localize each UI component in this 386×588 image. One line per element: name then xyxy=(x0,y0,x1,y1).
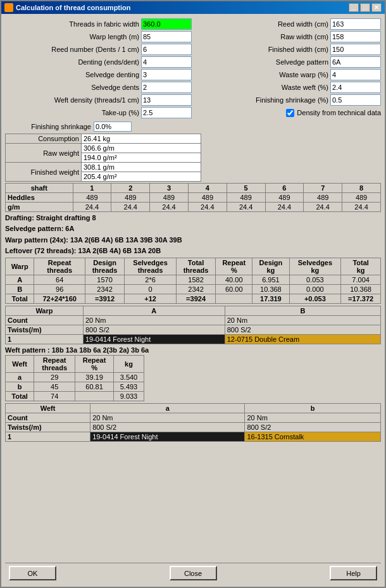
selvedge-dents-label: Selvedge dents xyxy=(91,84,139,91)
bottom-buttons: OK Close Help xyxy=(5,563,381,583)
warp-count-a: 20 Nm xyxy=(83,315,225,325)
form-left: Threads in fabric width Warp length (m) … xyxy=(5,18,192,119)
gm-7: 24.4 xyxy=(304,203,342,212)
denting-input[interactable] xyxy=(141,56,192,68)
finished-weight-value2: 205.4 g/m² xyxy=(82,172,201,182)
raw-width-input[interactable] xyxy=(330,31,381,42)
warp-total-total-threads: =3924 xyxy=(176,294,215,303)
take-up-label: Take-up (%) xyxy=(102,109,139,116)
shaft-header-4: 4 xyxy=(188,184,227,193)
warp-color-num: 1 xyxy=(6,334,84,344)
warp-header-selvedges-threads: Selvedgesthreads xyxy=(125,258,177,275)
warp-a-total-threads: 1582 xyxy=(176,275,215,284)
warp-b-selvedges-threads: 0 xyxy=(125,284,177,294)
heddles-3: 489 xyxy=(150,193,189,203)
gm-2: 24.4 xyxy=(111,203,150,212)
selvedge-dents-row: Selvedge dents xyxy=(5,81,192,94)
warp-total-label: Total xyxy=(6,294,34,303)
heddles-row: Heddles 489 489 489 489 489 489 489 489 xyxy=(6,193,381,203)
reed-number-input[interactable] xyxy=(141,44,192,55)
weft-b-kg: 5.493 xyxy=(113,382,144,391)
denting-row: Denting (ends/dent) xyxy=(5,56,192,68)
selvedge-dents-input[interactable] xyxy=(141,82,192,93)
heddles-label: Heddles xyxy=(6,193,73,203)
minimize-button[interactable]: _ xyxy=(349,3,359,12)
warp-total-repeat-threads: 72+24*160 xyxy=(34,294,85,303)
selvedge-denting-input[interactable] xyxy=(141,69,192,80)
maximize-button[interactable]: □ xyxy=(360,3,370,12)
warp-total-design-kg: 17.319 xyxy=(252,294,289,303)
close-button[interactable]: ✕ xyxy=(371,3,382,12)
reed-number-label: Reed number (Dents / 1 cm) xyxy=(51,46,139,53)
selvedge-denting-row: Selvedge denting xyxy=(5,68,192,81)
warp-header-total-kg: Totalkg xyxy=(341,258,381,275)
raw-weight-value1: 306.6 g/m xyxy=(82,144,201,153)
warp-header-warp: Warp xyxy=(6,258,34,275)
weft-header-kg: kg xyxy=(113,355,144,372)
warp-header-selvedges-kg: Selvedgeskg xyxy=(289,258,341,275)
warp-b-design-threads: 2342 xyxy=(85,284,124,294)
weft-count-b: 20 Nm xyxy=(245,413,381,422)
weft-b-repeat-pct: 60.81 xyxy=(75,382,114,391)
selvedge-pattern-input[interactable] xyxy=(330,56,381,68)
finished-weight-value1: 308.1 g/m xyxy=(82,163,201,172)
warp-a-repeat-pct: 40.00 xyxy=(216,275,252,284)
finished-width-label: Finished width (cm) xyxy=(268,46,328,53)
app-icon xyxy=(4,3,13,12)
warp-color-header: Warp A B xyxy=(6,306,381,315)
shaft-header-3: 3 xyxy=(150,184,189,193)
shaft-header-1: 1 xyxy=(73,184,111,193)
warp-header-total-threads: Totalthreads xyxy=(176,258,215,275)
warp-color-header-warp: Warp xyxy=(6,306,84,315)
info-selvedge-pattern: Selvedge pattern: 6A xyxy=(5,224,381,234)
ok-button[interactable]: OK xyxy=(9,566,56,580)
finishing-shrinkage-left-row: Finishing shrinkage 0.0% xyxy=(5,121,193,132)
warp-a-label: A xyxy=(6,275,34,284)
weft-header-row: Weft Repeatthreads Repeat% kg xyxy=(6,355,144,372)
heddles-4: 489 xyxy=(188,193,227,203)
weft-density-input[interactable] xyxy=(141,94,192,106)
waste-weft-input[interactable] xyxy=(330,82,381,93)
warp-header-repeat-pct: Repeat% xyxy=(216,258,252,275)
form-right: Reed width (cm) Raw width (cm) Finished … xyxy=(194,18,381,119)
gm-6: 24.4 xyxy=(265,203,304,212)
threads-fabric-width-input[interactable] xyxy=(141,18,192,30)
density-label: Density from technical data xyxy=(297,109,381,116)
density-checkbox[interactable] xyxy=(286,109,294,117)
title-buttons: _ □ ✕ xyxy=(349,3,382,12)
reed-width-input[interactable] xyxy=(330,18,381,30)
heddles-1: 489 xyxy=(73,193,111,203)
selvedge-pattern-label: Selvedge pattern xyxy=(276,58,328,66)
heddles-6: 489 xyxy=(265,193,304,203)
warp-total-design-threads: =3912 xyxy=(85,294,124,303)
scroll-area[interactable]: Finishing shrinkage 0.0% Consumption 26.… xyxy=(5,120,381,562)
weft-density-row: Weft density (threads/1 cm) xyxy=(5,94,192,106)
warp-a-selvedges-threads: 2*6 xyxy=(125,275,177,284)
warp-length-input[interactable] xyxy=(141,31,192,42)
weft-twists-row: Twists(/m) 800 S/2 800 S/2 xyxy=(6,422,381,432)
warp-a-selvedges-kg: 0.053 xyxy=(289,275,341,284)
heddles-5: 489 xyxy=(227,193,265,203)
info-drafting: Drafting: Straight drafting 8 xyxy=(5,213,381,223)
take-up-input[interactable] xyxy=(141,107,192,118)
weft-total-repeat-pct xyxy=(75,391,114,401)
weft-b-repeat-threads: 45 xyxy=(34,382,75,391)
raw-width-row: Raw width (cm) xyxy=(194,30,381,43)
weft-a-kg: 3.540 xyxy=(113,372,144,382)
help-button[interactable]: Help xyxy=(330,566,377,580)
warp-count-row: Count 20 Nm 20 Nm xyxy=(6,315,381,325)
weft-color-header-a: a xyxy=(90,403,245,413)
finished-width-input[interactable] xyxy=(330,44,381,55)
waste-weft-label: Waste weft (%) xyxy=(282,84,328,91)
finishing-shrinkage-input[interactable] xyxy=(330,94,381,106)
warp-twists-a: 800 S/2 xyxy=(83,325,225,334)
shaft-header-shaft: shaft xyxy=(6,184,73,193)
waste-warp-input[interactable] xyxy=(330,69,381,80)
weft-color-num: 1 xyxy=(6,432,90,441)
close-button-main[interactable]: Close xyxy=(170,566,217,580)
weft-row-b: b 45 60.81 5.493 xyxy=(6,382,144,391)
weft-color-table: Weft a b Count 20 Nm 20 Nm Twists(/m) 80… xyxy=(5,403,381,442)
weft-twists-label: Twists(/m) xyxy=(6,422,90,432)
warp-twists-label: Twists(/m) xyxy=(6,325,84,334)
weft-total-row: Total 74 9.033 xyxy=(6,391,144,401)
